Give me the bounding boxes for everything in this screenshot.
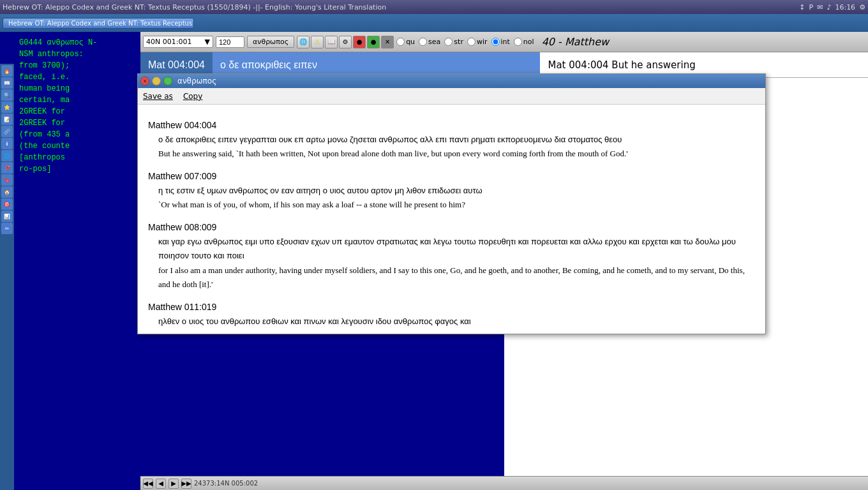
left-sidebar: G0444 ανθρωπος N- NSM anthropos: from 37… bbox=[0, 32, 140, 490]
nav-first-btn[interactable]: ◀◀ bbox=[143, 479, 153, 489]
p-icon: P bbox=[809, 3, 814, 11]
globe-icon-btn[interactable]: 🌐 bbox=[297, 36, 310, 48]
sidebar-line-5: human being bbox=[19, 83, 135, 94]
taskbar-apps: Hebrew OT: Aleppo Codex and Greek NT: Te… bbox=[0, 14, 868, 32]
word-button-label: ανθρωπος bbox=[253, 38, 288, 46]
sidebar-line-6: certain, ma bbox=[19, 94, 135, 106]
verse-greek-3: και γαρ εγω ανθρωπος ειμι υπο εξουσιαν ε… bbox=[158, 235, 755, 263]
verse-english-2: `Or what man is of you, of whom, if his … bbox=[158, 198, 755, 212]
arrow-icon: ↕ bbox=[799, 3, 805, 11]
app-button-label: Hebrew OT: Aleppo Codex and Greek NT: Te… bbox=[8, 20, 194, 27]
sidebar-line-11: [anthropos bbox=[19, 152, 135, 163]
sidebar-line-3: from 3700); bbox=[19, 60, 135, 71]
green-circle-btn[interactable]: ● bbox=[367, 36, 380, 48]
toolbar-icons: 🌐 ⚠ 📖 ⚙ ● ● ✕ bbox=[297, 36, 394, 48]
dropdown-value: 40N 001:001 bbox=[146, 38, 191, 46]
popup-title: ανθρωπος bbox=[177, 77, 216, 85]
sidebar-content: G0444 ανθρωπος N- NSM anthropos: from 37… bbox=[17, 34, 138, 177]
dropdown-arrow-icon: ▼ bbox=[205, 38, 210, 46]
radio-str[interactable]: str bbox=[444, 38, 463, 46]
verse-ref-2: Matthew 007:009 bbox=[148, 171, 755, 181]
icon-5[interactable]: 📝 bbox=[1, 114, 13, 125]
verse-ref-4: Matthew 011:019 bbox=[148, 302, 755, 312]
icon-9[interactable]: 📌 bbox=[1, 162, 13, 174]
verse-greek-4: ηλθεν ο υιος του ανθρωπου εσθιων και πιν… bbox=[158, 315, 755, 329]
cross-btn[interactable]: ✕ bbox=[381, 36, 394, 48]
red-circle-btn[interactable]: ● bbox=[353, 36, 366, 48]
nav-last-btn[interactable]: ▶▶ bbox=[181, 479, 191, 489]
sidebar-line-10: (the counte bbox=[19, 140, 135, 152]
verse-english-3: for I also am a man under authority, hav… bbox=[158, 264, 755, 292]
popup-content: Matthew 004:004 ο δε αποκριθεις ειπεν γε… bbox=[138, 105, 765, 334]
verse-english-1: But he answering said, `It hath been wri… bbox=[158, 147, 755, 161]
nav-prev-btn[interactable]: ◀ bbox=[156, 479, 166, 489]
bottom-info: 24373:14N 005:002 bbox=[194, 480, 258, 487]
icon-8[interactable]: 🌐 bbox=[1, 150, 13, 161]
word-button[interactable]: ανθρωπος bbox=[247, 36, 294, 48]
save-as-menu-item[interactable]: Save as bbox=[143, 92, 173, 101]
taskbar-top: Hebrew OT: Aleppo Codex and Greek NT: Te… bbox=[0, 0, 868, 14]
icon-4[interactable]: ⭐ bbox=[1, 101, 13, 113]
verse-ref-1: Matthew 004:004 bbox=[148, 120, 755, 130]
icon-6[interactable]: 🔗 bbox=[1, 126, 13, 137]
sidebar-line-7: 2GREEK for bbox=[19, 106, 135, 117]
copy-menu-item[interactable]: Copy bbox=[183, 92, 202, 101]
radio-group: qu sea str wir int nol bbox=[396, 38, 534, 46]
icon-2[interactable]: 📖 bbox=[1, 77, 13, 89]
system-icons: ↕ P ✉ ♪ 16:16 ⚙ bbox=[799, 3, 865, 11]
icon-12[interactable]: 🎯 bbox=[1, 198, 13, 210]
settings-icon[interactable]: ⚙ bbox=[859, 3, 865, 11]
nav-next-btn[interactable]: ▶ bbox=[168, 479, 179, 489]
bottom-bar: ◀◀ ◀ ▶ ▶▶ 24373:14N 005:002 bbox=[140, 476, 868, 490]
window-title: Hebrew OT: Aleppo Codex and Greek NT: Te… bbox=[3, 3, 799, 11]
chapter-title: 40 - Matthew bbox=[542, 36, 610, 48]
icon-3[interactable]: 🔍 bbox=[1, 89, 13, 101]
sidebar-line-9: (from 435 a bbox=[19, 129, 135, 140]
sidebar-line-4: faced, i.e. bbox=[19, 71, 135, 83]
icon-11[interactable]: 🏠 bbox=[1, 186, 13, 198]
popup-minimize-button[interactable] bbox=[152, 77, 161, 85]
popup-menubar: Save as Copy bbox=[138, 88, 765, 105]
gear-icon-btn[interactable]: ⚙ bbox=[339, 36, 352, 48]
icon-10[interactable]: 🔖 bbox=[1, 174, 13, 186]
icon-7[interactable]: ℹ bbox=[1, 138, 13, 149]
icon-strip: 🔥 📖 🔍 ⭐ 📝 🔗 ℹ 🌐 📌 🔖 🏠 🎯 📊 ✏ bbox=[0, 64, 14, 490]
sidebar-line-2: NSM anthropos: bbox=[19, 48, 135, 60]
popup-maximize-button[interactable] bbox=[163, 77, 172, 85]
verse-greek-1: ο δε αποκριθεις ειπεν γεγραπται ουκ επ α… bbox=[158, 133, 755, 147]
sidebar-line-8: 2GREEK for bbox=[19, 117, 135, 129]
warn-icon-btn[interactable]: ⚠ bbox=[311, 36, 324, 48]
sidebar-line-1: G0444 ανθρωπος N- bbox=[19, 37, 135, 48]
radio-int[interactable]: int bbox=[491, 38, 510, 46]
radio-wir[interactable]: wir bbox=[467, 38, 488, 46]
popup-titlebar: × ανθρωπος bbox=[138, 74, 765, 88]
sidebar-line-12: ro-pos] bbox=[19, 163, 135, 175]
radio-qu[interactable]: qu bbox=[396, 38, 415, 46]
book-icon-btn[interactable]: 📖 bbox=[325, 36, 338, 48]
count-input[interactable] bbox=[216, 36, 244, 48]
volume-icon: ♪ bbox=[827, 3, 831, 11]
toolbar: 40N 001:001 ▼ ανθρωπος 🌐 ⚠ 📖 ⚙ ● ● ✕ qu … bbox=[140, 32, 868, 52]
app-button-main[interactable]: Hebrew OT: Aleppo Codex and Greek NT: Te… bbox=[3, 18, 194, 29]
verse-greek-2: η τις εστιν εξ υμων ανθρωπος ον εαν αιτη… bbox=[158, 184, 755, 198]
icon-1[interactable]: 🔥 bbox=[1, 65, 13, 77]
reference-dropdown[interactable]: 40N 001:001 ▼ bbox=[143, 36, 213, 48]
radio-sea[interactable]: sea bbox=[419, 38, 440, 46]
icon-13[interactable]: 📊 bbox=[1, 211, 13, 222]
mail-icon: ✉ bbox=[817, 3, 823, 11]
popup-window: × ανθρωπος Save as Copy Matthew 004:004 … bbox=[137, 73, 766, 334]
clock: 16:16 bbox=[835, 3, 855, 11]
icon-14[interactable]: ✏ bbox=[1, 223, 13, 234]
radio-nol[interactable]: nol bbox=[514, 38, 534, 46]
popup-close-button[interactable]: × bbox=[140, 77, 149, 85]
verse-ref-3: Matthew 008:009 bbox=[148, 222, 755, 232]
